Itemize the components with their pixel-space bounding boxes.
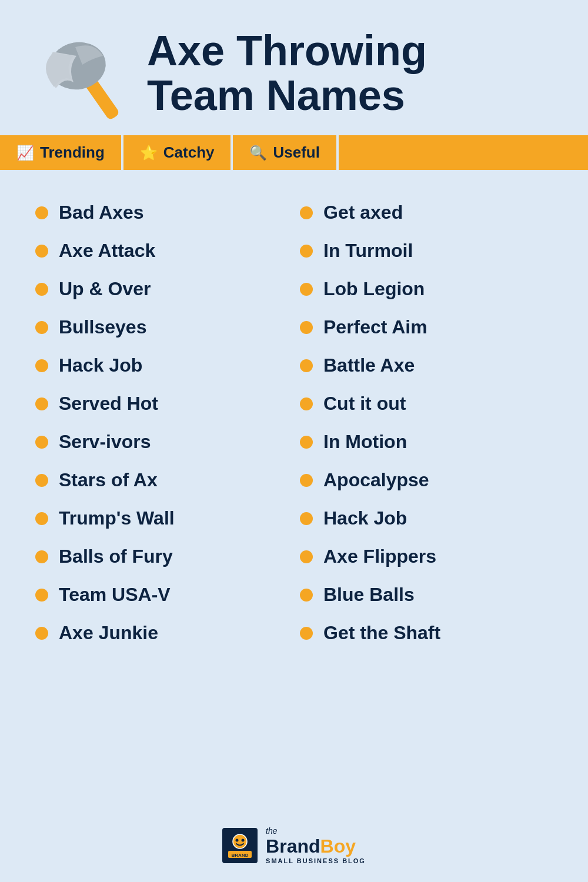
svg-text:BRAND: BRAND bbox=[232, 853, 249, 858]
tab-useful[interactable]: 🔍 Useful bbox=[233, 135, 338, 170]
item-label: Get the Shaft bbox=[323, 622, 440, 644]
bullet-icon bbox=[300, 436, 313, 449]
item-label: Battle Axe bbox=[323, 355, 415, 376]
list-item: Bad Axes bbox=[29, 193, 294, 232]
item-label: Hack Job bbox=[59, 355, 142, 376]
brand-tagline-label: SMALL BUSINESS BLOG bbox=[266, 857, 366, 864]
list-item: Team USA-V bbox=[29, 576, 294, 614]
list-item: Get axed bbox=[294, 193, 559, 232]
list-item: Bullseyes bbox=[29, 308, 294, 346]
bullet-icon bbox=[300, 627, 313, 640]
item-label: Axe Flippers bbox=[323, 546, 436, 567]
bullet-icon bbox=[35, 550, 48, 563]
bullet-icon bbox=[300, 474, 313, 487]
bullet-icon bbox=[300, 589, 313, 602]
list-item: Axe Junkie bbox=[29, 614, 294, 652]
bullet-icon bbox=[35, 436, 48, 449]
bullet-icon bbox=[35, 512, 48, 525]
bullet-icon bbox=[35, 206, 48, 219]
item-label: Get axed bbox=[323, 202, 403, 223]
item-label: Stars of Ax bbox=[59, 469, 158, 491]
bullet-icon bbox=[35, 627, 48, 640]
bullet-icon bbox=[35, 321, 48, 334]
item-label: Lob Legion bbox=[323, 278, 425, 300]
list-item: Axe Flippers bbox=[294, 537, 559, 576]
svg-point-3 bbox=[233, 834, 247, 848]
brand-text: the BrandBoy SMALL BUSINESS BLOG bbox=[266, 826, 366, 864]
list-item: Blue Balls bbox=[294, 576, 559, 614]
bullet-icon bbox=[35, 474, 48, 487]
list-item: Stars of Ax bbox=[29, 461, 294, 499]
item-label: Bad Axes bbox=[59, 202, 144, 223]
list-item: Serv-ivors bbox=[29, 423, 294, 461]
item-label: Served Hot bbox=[59, 393, 158, 415]
bullet-icon bbox=[300, 206, 313, 219]
svg-point-5 bbox=[242, 838, 245, 841]
bullet-icon bbox=[35, 397, 48, 410]
bullet-icon bbox=[35, 283, 48, 296]
item-label: Blue Balls bbox=[323, 584, 415, 606]
item-label: Apocalypse bbox=[323, 469, 429, 491]
catchy-icon: ⭐ bbox=[140, 145, 158, 161]
page-title: Axe Throwing Team Names bbox=[147, 29, 427, 118]
list-item: Up & Over bbox=[29, 270, 294, 308]
tab-accent-bar bbox=[339, 135, 588, 170]
list-item: Lob Legion bbox=[294, 270, 559, 308]
item-label: Axe Attack bbox=[59, 240, 155, 262]
item-label: Perfect Aim bbox=[323, 316, 427, 338]
useful-icon: 🔍 bbox=[249, 145, 267, 161]
tab-trending[interactable]: 📈 Trending bbox=[0, 135, 123, 170]
bullet-icon bbox=[300, 245, 313, 258]
list-item: Perfect Aim bbox=[294, 308, 559, 346]
list-item: Get the Shaft bbox=[294, 614, 559, 652]
list-item: Trump's Wall bbox=[29, 499, 294, 537]
brand-logo: BRAND bbox=[222, 828, 258, 863]
brand-name-label: BrandBoy bbox=[266, 836, 356, 857]
brand-the-label: the bbox=[266, 826, 277, 836]
tab-catchy-label: Catchy bbox=[163, 143, 215, 162]
list-section: Bad Axes Axe Attack Up & Over Bullseyes … bbox=[0, 188, 588, 676]
bullet-icon bbox=[300, 359, 313, 372]
item-label: Hack Job bbox=[323, 507, 407, 529]
trending-icon: 📈 bbox=[16, 145, 34, 161]
list-item: Hack Job bbox=[294, 499, 559, 537]
item-label: Serv-ivors bbox=[59, 431, 151, 453]
bullet-icon bbox=[35, 245, 48, 258]
item-label: Up & Over bbox=[59, 278, 151, 300]
item-label: In Motion bbox=[323, 431, 407, 453]
bullet-icon bbox=[35, 589, 48, 602]
bullet-icon bbox=[300, 550, 313, 563]
right-column: Get axed In Turmoil Lob Legion Perfect A… bbox=[294, 193, 559, 652]
bullet-icon bbox=[300, 512, 313, 525]
list-item: Hack Job bbox=[29, 346, 294, 385]
list-item: Battle Axe bbox=[294, 346, 559, 385]
item-label: Cut it out bbox=[323, 393, 406, 415]
tabs-row: 📈 Trending ⭐ Catchy 🔍 Useful bbox=[0, 135, 588, 170]
list-item: Axe Attack bbox=[29, 232, 294, 270]
list-item: In Turmoil bbox=[294, 232, 559, 270]
bullet-icon bbox=[300, 321, 313, 334]
tab-catchy[interactable]: ⭐ Catchy bbox=[123, 135, 233, 170]
bullet-icon bbox=[300, 283, 313, 296]
left-column: Bad Axes Axe Attack Up & Over Bullseyes … bbox=[29, 193, 294, 652]
item-label: Team USA-V bbox=[59, 584, 171, 606]
item-label: Axe Junkie bbox=[59, 622, 158, 644]
item-label: In Turmoil bbox=[323, 240, 413, 262]
tab-trending-label: Trending bbox=[40, 143, 105, 162]
axe-icon bbox=[35, 24, 129, 123]
item-label: Bullseyes bbox=[59, 316, 146, 338]
list-item: Cut it out bbox=[294, 385, 559, 423]
footer: BRAND the BrandBoy SMALL BUSINESS BLOG bbox=[222, 814, 366, 882]
list-item: Balls of Fury bbox=[29, 537, 294, 576]
list-item: In Motion bbox=[294, 423, 559, 461]
item-label: Trump's Wall bbox=[59, 507, 175, 529]
item-label: Balls of Fury bbox=[59, 546, 173, 567]
list-item: Served Hot bbox=[29, 385, 294, 423]
tab-useful-label: Useful bbox=[273, 143, 319, 162]
bullet-icon bbox=[35, 359, 48, 372]
list-item: Apocalypse bbox=[294, 461, 559, 499]
bullet-icon bbox=[300, 397, 313, 410]
svg-point-4 bbox=[236, 838, 239, 841]
header: Axe Throwing Team Names bbox=[0, 0, 588, 135]
